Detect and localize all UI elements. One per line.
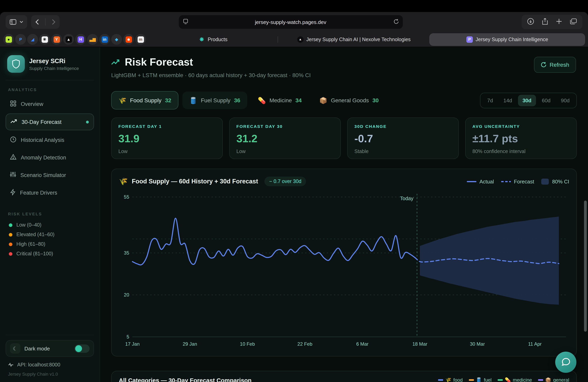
category-tab[interactable]: 💊 Medicine 34 [251,92,308,109]
sidebar-nav-item[interactable]: Anomaly Detection [6,150,94,165]
downloads-button[interactable] [527,18,534,26]
svg-text:11 Apr: 11 Apr [528,341,542,347]
tab-label: Jersey Supply Chain Intelligence [476,37,548,42]
risk-dot [9,223,12,227]
nav-icon [10,154,16,161]
reload-icon[interactable] [393,19,399,25]
pinned-tab[interactable]: ▃▆ [87,34,98,45]
risk-label: High (61–80) [16,241,45,247]
pinned-tab[interactable]: H [75,34,86,45]
category-tab[interactable]: 🛢️ Fuel Supply 36 [182,92,247,109]
main-panel: Risk Forecast LightGBM + LSTM ensemble ·… [100,47,588,382]
sidebar-nav-item[interactable]: Historical Analysis [6,132,94,148]
pinned-tab[interactable]: m [135,34,146,45]
comparison-title: All Categories — 30-Day Forecast Compari… [119,376,252,382]
address-bar[interactable]: jersey-supply-watch.pages.dev [179,15,403,29]
stat-card: 30D CHANGE -0.7 Stable [347,117,459,159]
pinned-favicon: in [101,36,108,42]
pinned-tab[interactable]: in [99,34,110,45]
pinned-favicon: ◢ [29,36,36,42]
chat-fab-button[interactable] [555,352,576,373]
comparison-legend-item: 💊 medicine [498,377,532,382]
forward-button[interactable] [52,19,56,25]
pinned-tab[interactable]: ◢ [27,34,38,45]
wheat-icon: 🌾 [119,177,128,186]
tab-jersey-supply-chain-intelligence[interactable]: P Jersey Supply Chain Intelligence [430,33,585,45]
pinned-tab[interactable]: ◈ [111,34,122,45]
risk-dot [9,233,12,236]
category-tab[interactable]: 🌾 Food Supply 32 [111,91,178,110]
pinned-favicon: ▃▆ [89,36,96,42]
pinned-tab[interactable]: ☻ [123,34,134,45]
forecast-line-chart[interactable]: 553520517 Jan29 Jan10 Feb22 Feb6 Mar18 M… [119,191,570,349]
svg-text:Today: Today [400,196,413,201]
pinned-tab[interactable]: ▲ [63,34,74,45]
stat-note: Stable [354,149,452,154]
risk-label: Low (0–40) [16,222,42,228]
scrollbar-thumb[interactable] [584,201,587,332]
category-tab[interactable]: 📦 General Goods 30 [312,92,385,109]
pinned-tab[interactable]: P [15,34,26,45]
range-option[interactable]: 7d [483,95,497,106]
chart-title: Food Supply — 60d History + 30d Forecast [132,178,258,185]
pinned-favicon: ● [5,36,12,42]
svg-text:20: 20 [124,292,129,298]
refresh-button[interactable]: Refresh [534,57,576,73]
sidebar-nav-item[interactable]: Scenario Simulator [6,167,94,183]
ci-area-swatch [541,178,549,184]
tab-overview-button[interactable] [570,18,577,26]
comparison-legend-item: 🌾 food [438,377,463,382]
site-settings-icon[interactable] [183,19,188,25]
range-option[interactable]: 30d [518,95,536,106]
pinned-favicon: ▲ [65,36,72,42]
menubar-strip [0,0,588,12]
risk-label: Critical (81–100) [16,251,53,257]
risk-level-item: High (61–80) [6,239,94,249]
pinned-tab[interactable]: ✳ [39,34,50,45]
pinned-tab[interactable]: ● [3,34,14,45]
range-option[interactable]: 90d [557,95,574,106]
category-label: Food Supply [130,97,161,103]
nav-label: Scenario Simulator [21,172,66,178]
shield-logo [7,55,25,73]
sidebar-nav-item[interactable]: 30-Day Forecast [6,114,94,130]
share-button[interactable] [542,18,548,26]
sidebar-nav-item[interactable]: Feature Drivers [6,185,94,201]
app-version: Jersey Supply Chain v1.0 [6,369,94,376]
legend-actual: Actual [467,178,494,184]
tab-products[interactable]: ❋ Products [150,33,276,45]
new-tab-button[interactable] [556,18,562,26]
category-count: 34 [295,97,302,103]
category-row: 🌾 Food Supply 32 🛢️ Fuel Supply 36 💊 [111,91,577,110]
category-icon: 📦 [319,96,327,104]
nav-icon [10,119,17,125]
dark-mode-toggle[interactable] [74,344,90,353]
range-option[interactable]: 14d [499,95,516,106]
risk-level-item: Critical (81–100) [6,249,94,259]
risk-level-item: Elevated (41–60) [6,230,94,239]
sidebar-toggle-button[interactable] [6,15,27,29]
back-button[interactable] [35,19,39,25]
series-icon: 📦 [545,377,551,382]
stat-value: ±11.7 pts [472,133,570,145]
tab-label: Jersey Supply Chain AI | Nexolve Technol… [306,37,411,42]
sidebar-footer: ☾ Dark mode API: localhost:8000 Jersey S… [6,335,94,376]
svg-text:10 Feb: 10 Feb [240,341,255,347]
sidebar-nav-item[interactable]: Overview [6,96,94,112]
risk-dot [9,252,12,256]
range-selector: 7d 14d 30d 60d 90d [480,93,577,108]
api-status-row: API: localhost:8000 [6,357,94,369]
stat-card: AVG UNCERTAINTY ±11.7 pts 80% confidence… [465,117,577,159]
tab-jersey-supply-chain-ai[interactable]: ▲ Jersey Supply Chain AI | Nexolve Techn… [279,33,429,45]
pinned-tab[interactable]: Y [51,34,62,45]
series-label: food [453,377,463,382]
tab-separator [278,36,278,42]
tab-strip: ● P ◢ ✳ Y ▲ [0,32,588,47]
moon-icon: ☾ [10,343,21,354]
risk-level-item: Low (0–40) [6,220,94,230]
range-option[interactable]: 60d [537,95,555,106]
chart-legend: Actual Forecast 80% CI [467,178,569,184]
vercel-favicon: ▲ [297,36,304,42]
risk-dot [9,242,12,246]
stat-value: 31.2 [236,133,334,145]
